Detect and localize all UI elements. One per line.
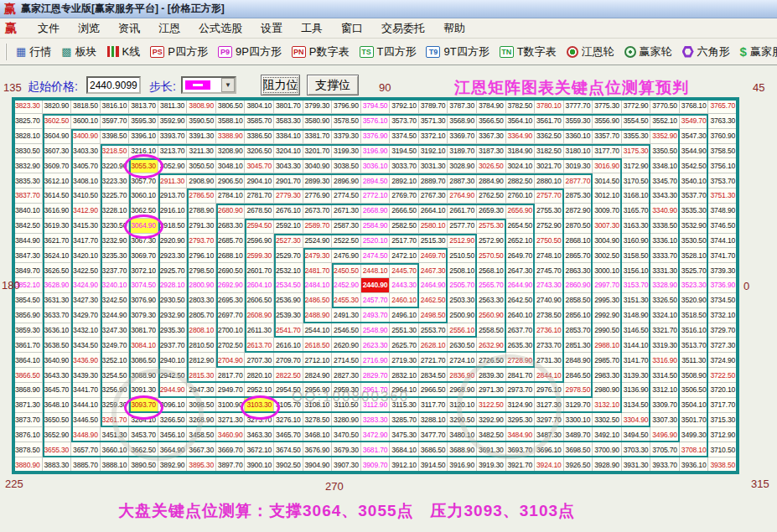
price-cell: 3316.90	[650, 353, 680, 368]
price-cell: 2798.50	[187, 263, 216, 278]
price-cell: 2613.70	[245, 338, 274, 353]
menu-item-交易委托[interactable]: 交易委托	[372, 18, 434, 39]
price-cell: 3343.30	[650, 189, 680, 204]
toolbar-item-9P四方形[interactable]: P99P四方形	[213, 42, 287, 62]
menu-item-资讯[interactable]: 资讯	[109, 18, 149, 39]
toolbar-item-行情[interactable]: ▦行情	[11, 42, 56, 62]
price-cell: 2575.30	[477, 219, 506, 234]
price-cell: 3537.70	[680, 189, 709, 204]
toolbar-item-T数字表[interactable]: TNT数字表	[495, 42, 562, 62]
toolbar-item-label: P数字表	[309, 44, 350, 59]
price-cell: 2997.70	[593, 278, 622, 293]
price-cell: 3717.70	[708, 398, 738, 413]
menu-item-设置[interactable]: 设置	[251, 18, 292, 39]
price-cell: 3588.10	[216, 114, 246, 129]
price-cell: 2896.90	[332, 173, 361, 189]
price-cell: 3607.30	[43, 144, 72, 159]
price-cell: 3223.30	[101, 173, 130, 189]
toolbar-item-江恩轮[interactable]: 江恩轮	[562, 42, 619, 62]
price-cell: 3628.90	[43, 278, 72, 293]
toolbar-item-P四方形[interactable]: PSP四方形	[145, 42, 213, 62]
price-cell: 3012.10	[593, 189, 622, 204]
price-cell: 3348.10	[650, 158, 680, 173]
price-cell: 3729.70	[708, 323, 738, 338]
toolbar-item-赢家轮[interactable]: 赢家轮	[619, 42, 677, 62]
toolbar-item-赢家服务[interactable]: $赢家服务	[735, 42, 777, 62]
price-cell: 3319.30	[650, 338, 680, 353]
toolbar: ▦行情▩板块K线PSP四方形P99P四方形PNP数字表TST四方形T99T四方形…	[0, 39, 777, 65]
price-cell: 3698.50	[564, 442, 593, 457]
price-cell: 3885.70	[71, 457, 101, 473]
price-cell: 3388.90	[216, 129, 246, 144]
price-cell: 3924.10	[535, 457, 564, 473]
step-dropdown[interactable]: ▼	[181, 76, 236, 94]
price-cell: 2745.70	[535, 263, 564, 278]
start-price-input[interactable]	[86, 76, 141, 94]
chevron-down-icon[interactable]: ▼	[221, 78, 235, 92]
price-cell: 3036.10	[361, 158, 391, 173]
price-cell: 3208.90	[216, 144, 246, 159]
price-cell: 3640.90	[43, 353, 72, 368]
price-cell: 2697.70	[216, 308, 246, 323]
status-summary-text: 大盘关键点位测算：支撑3064、3055点 压力3093、3103点	[118, 500, 575, 522]
toolbar-item-K线[interactable]: K线	[102, 42, 146, 62]
price-cell: 2469.70	[419, 248, 448, 263]
price-cell: 3038.50	[332, 158, 361, 173]
price-cell: 3031.30	[419, 158, 448, 173]
price-cell: 3465.70	[274, 427, 303, 442]
price-cell: 3763.30	[708, 114, 738, 129]
price-cell: 3792.10	[390, 99, 419, 114]
toolbar-grip	[5, 44, 7, 60]
support-button[interactable]: 支撑位	[307, 75, 359, 96]
resistance-button[interactable]: 阻力位	[261, 75, 300, 96]
toolbar-item-六角形[interactable]: 六角形	[677, 42, 735, 62]
price-cell: 2448.10	[361, 263, 391, 278]
price-cell: 2520.10	[361, 234, 391, 249]
menu-item-公式选股[interactable]: 公式选股	[189, 18, 251, 39]
price-cell: 2539.30	[274, 308, 303, 323]
price-cell: 3746.50	[708, 219, 738, 234]
price-cell: 3194.50	[390, 144, 419, 159]
menu-item-窗口[interactable]: 窗口	[332, 18, 372, 39]
price-cell: 2733.70	[535, 338, 564, 353]
price-cell: 3232.90	[101, 234, 130, 249]
price-cell: 2860.90	[564, 278, 593, 293]
page-title: 江恩矩阵图表关键点位测算预判	[454, 77, 689, 99]
angle-label-180: 180	[2, 279, 20, 292]
toolbar-item-T四方形[interactable]: TST四方形	[355, 42, 422, 62]
price-cell: 2644.90	[506, 278, 536, 293]
price-cell: 3391.30	[187, 129, 216, 144]
menu-item-江恩[interactable]: 江恩	[149, 18, 189, 39]
price-cell: 2949.70	[216, 383, 246, 398]
price-cell: 3278.50	[303, 413, 333, 428]
toolbar-item-9T四方形[interactable]: T99T四方形	[421, 42, 494, 62]
price-cell: 3000.10	[593, 263, 622, 278]
toolbar-item-P数字表[interactable]: PNP数字表	[287, 42, 355, 62]
price-cell: 3412.90	[71, 204, 101, 219]
price-cell: 3326.50	[650, 293, 680, 308]
price-cell: 3576.10	[361, 114, 391, 129]
price-cell: 2904.10	[245, 173, 274, 189]
menu-item-浏览[interactable]: 浏览	[69, 18, 109, 39]
price-cell: 3528.10	[680, 248, 709, 263]
p-table-icon: PN	[292, 46, 306, 58]
price-cell: 2923.30	[158, 248, 188, 263]
price-cell: 3614.50	[43, 189, 72, 204]
price-cell: 2652.10	[506, 234, 536, 249]
menu-item-帮助[interactable]: 帮助	[434, 18, 474, 39]
price-cell: 2628.10	[419, 338, 448, 353]
menu-item-文件[interactable]: 文件	[28, 18, 69, 39]
toolbar-item-板块[interactable]: ▩板块	[56, 42, 101, 62]
gann-wheel-icon	[567, 46, 578, 58]
price-cell: 3249.70	[101, 338, 130, 353]
price-cell: 3592.90	[158, 114, 188, 129]
price-cell: 2755.30	[535, 204, 564, 219]
price-cell: 2476.90	[332, 248, 361, 263]
price-cell: 3928.90	[593, 457, 622, 473]
price-cell: 3724.90	[708, 353, 738, 368]
menu-item-工具[interactable]: 工具	[292, 18, 332, 39]
price-cell: 3907.30	[332, 457, 361, 473]
price-cell: 3144.10	[622, 338, 651, 353]
support-price-cell: 3055.30	[129, 158, 158, 173]
price-cell: 3024.10	[506, 158, 536, 173]
